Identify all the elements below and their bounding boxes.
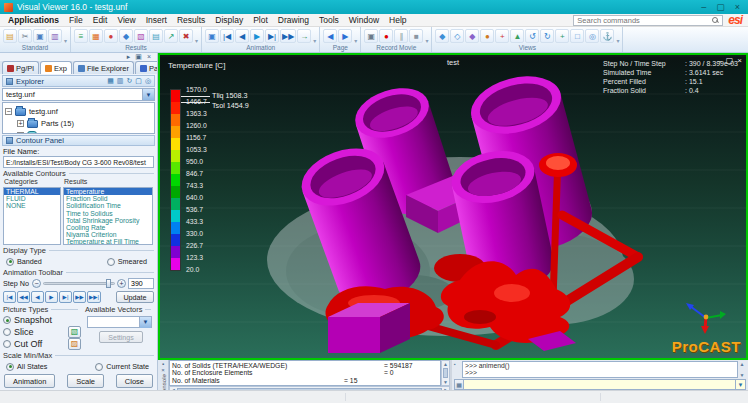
scroll-down-icon[interactable]: ▼ — [740, 372, 745, 378]
scale-radio[interactable] — [95, 363, 103, 371]
update-button[interactable]: Update — [116, 291, 154, 303]
picture-type-slice[interactable]: Slice▧ — [3, 326, 81, 338]
camera-icon[interactable]: ▣ — [364, 29, 378, 43]
panel-float-icon[interactable]: ▸ — [127, 53, 131, 61]
command-input[interactable] — [464, 379, 736, 390]
viewport-close-button[interactable]: × — [737, 56, 742, 65]
picture-type-radio[interactable] — [3, 316, 11, 324]
last-step-button[interactable]: ▶▶| — [87, 291, 101, 303]
vectors-combo[interactable]: ▼ — [87, 316, 152, 328]
tree-expander[interactable]: − — [5, 108, 12, 115]
result-item-total-shrinkage-porosity[interactable]: Total Shrinkage Porosity — [64, 217, 152, 224]
settings-button[interactable]: Settings — [99, 331, 143, 343]
menu-item-edit[interactable]: Edit — [88, 15, 113, 25]
tree-item-parts15[interactable]: +Parts (15) — [5, 117, 152, 129]
sort-mode-icon[interactable]: ▥ — [117, 76, 124, 86]
refresh-icon[interactable]: ↻ — [126, 76, 132, 86]
display-type-radio[interactable] — [107, 258, 115, 266]
first-step-button[interactable]: |◀ — [3, 291, 16, 303]
display-type-radio[interactable] — [6, 258, 14, 266]
tree-expander[interactable]: + — [17, 120, 24, 127]
open-results-icon[interactable]: ▤ — [149, 29, 163, 43]
category-item-fluid[interactable]: FLUID — [4, 195, 60, 202]
panel-restore-icon[interactable]: ▣ — [135, 53, 142, 61]
menu-item-drawing[interactable]: Drawing — [273, 15, 314, 25]
explorer-file-combo[interactable]: testg.unf ▼ — [2, 88, 155, 101]
console-tab[interactable]: ▪ × Console — [158, 360, 169, 390]
result-item-time-to-solidus[interactable]: Time to Solidus — [64, 210, 152, 217]
tree-expander[interactable]: + — [17, 132, 24, 135]
slice-tool-icon[interactable]: ▧ — [68, 326, 81, 338]
palette-icon[interactable]: ▧ — [134, 29, 148, 43]
tree-mode-icon[interactable]: ▦ — [107, 76, 114, 86]
scroll-down-icon[interactable]: ▼ — [443, 379, 448, 385]
tree-item-testg.unf[interactable]: −testg.unf — [5, 105, 152, 117]
paste-icon[interactable]: ▥ — [48, 29, 62, 43]
rotate-right-icon[interactable]: ↻ — [540, 29, 554, 43]
menu-item-file[interactable]: File — [64, 15, 88, 25]
step-back-button[interactable]: ◀ — [31, 291, 44, 303]
scale-button[interactable]: Scale — [67, 374, 104, 388]
cut-icon[interactable]: ✂ — [18, 29, 32, 43]
step-slider[interactable] — [43, 282, 115, 285]
next-page-icon[interactable]: ▶ — [338, 29, 352, 43]
pause-icon[interactable]: ∥ — [394, 29, 408, 43]
new-doc-icon[interactable]: ▢ — [135, 76, 142, 86]
vectors-icon[interactable]: ↗ — [164, 29, 178, 43]
window-minimize-button[interactable]: – — [701, 0, 706, 14]
close-button[interactable]: Close — [116, 374, 153, 388]
close-icon[interactable]: × — [161, 367, 165, 373]
toolbar-group-overflow-icon[interactable]: ▾ — [195, 37, 198, 44]
tab-file-explorer[interactable]: File Explorer — [73, 61, 134, 74]
tab-pg-pl[interactable]: Pg/Pl — [2, 61, 39, 74]
chevron-down-icon[interactable]: ▼ — [142, 89, 154, 100]
command-mode-icon[interactable]: ▦ — [454, 379, 464, 390]
animation-button[interactable]: Animation — [4, 374, 55, 388]
rotate-left-icon[interactable]: ↺ — [525, 29, 539, 43]
iso-view-icon[interactable]: ◆ — [435, 29, 449, 43]
window-close-button[interactable]: × — [735, 0, 740, 14]
play-icon[interactable]: ▶ — [250, 29, 264, 43]
menu-item-view[interactable]: View — [112, 15, 140, 25]
category-item-none[interactable]: NONE — [4, 202, 60, 209]
clear-results-icon[interactable]: ✖ — [179, 29, 193, 43]
fast-forward-button[interactable]: ▶▶ — [73, 291, 86, 303]
sphere-result-icon[interactable]: ● — [104, 29, 118, 43]
axis-cross-icon[interactable]: + — [495, 29, 509, 43]
next-frame-icon[interactable]: ▶| — [265, 29, 279, 43]
toolbar-group-overflow-icon[interactable]: ▾ — [425, 37, 428, 44]
front-view-icon[interactable]: ◇ — [450, 29, 464, 43]
step-forward-button[interactable]: ▶| — [59, 291, 72, 303]
scale-option-current-state[interactable]: Current State — [95, 362, 149, 371]
tab-part[interactable]: Part — [135, 61, 158, 74]
toolbar-group-overflow-icon[interactable]: ▾ — [64, 37, 67, 44]
play-button[interactable]: ▶ — [45, 291, 58, 303]
copy-icon[interactable]: ▣ — [33, 29, 47, 43]
side-view-icon[interactable]: ◆ — [465, 29, 479, 43]
pan-icon[interactable]: + — [555, 29, 569, 43]
fit-view-icon[interactable]: ◎ — [585, 29, 599, 43]
history-icon[interactable]: ▪ — [454, 361, 456, 367]
chevron-down-icon[interactable]: ▼ — [139, 317, 151, 328]
window-maximize-button[interactable]: ▢ — [716, 0, 725, 14]
menu-item-tools[interactable]: Tools — [314, 15, 344, 25]
result-item-cooling-rate[interactable]: Cooling Rate — [64, 224, 152, 231]
picture-type-cut-off[interactable]: Cut Off▨ — [3, 338, 81, 350]
menu-item-window[interactable]: Window — [344, 15, 384, 25]
color-bands-icon[interactable]: ▦ — [89, 29, 103, 43]
viewport-3d[interactable]: test – ▢ × Temperature [C] 1570.01466.71… — [158, 53, 748, 360]
menu-item-help[interactable]: Help — [384, 15, 411, 25]
menu-item-display[interactable]: Display — [210, 15, 248, 25]
animation-panel-icon[interactable]: ▣ — [205, 29, 219, 43]
contour-levels-icon[interactable]: ≡ — [74, 29, 88, 43]
result-item-fraction-solid[interactable]: Fraction Solid — [64, 195, 152, 202]
search-box[interactable] — [573, 15, 723, 26]
export-animation-icon[interactable]: → — [297, 29, 311, 43]
tab-exp[interactable]: Exp — [40, 61, 72, 74]
first-frame-icon[interactable]: |◀ — [220, 29, 234, 43]
command-history[interactable]: >>> animend()>>> — [462, 361, 738, 378]
step-input[interactable] — [128, 278, 154, 289]
step-slider-thumb[interactable] — [106, 279, 111, 288]
step-increment-button[interactable]: + — [117, 279, 126, 288]
open-file-icon[interactable]: ▤ — [3, 29, 17, 43]
